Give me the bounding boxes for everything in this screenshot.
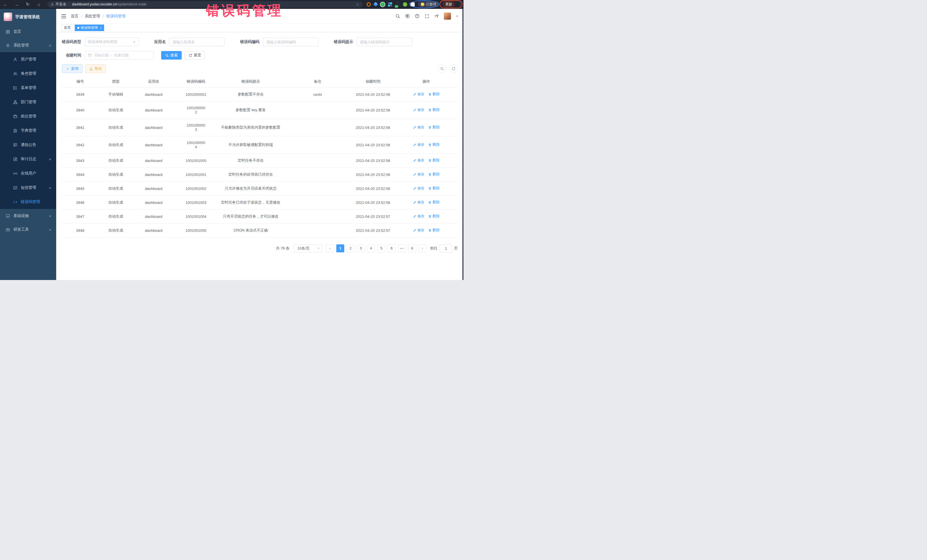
help-icon[interactable] (415, 14, 419, 18)
page-button-1[interactable]: 1 (336, 244, 344, 252)
export-button[interactable]: 导出 (85, 64, 106, 73)
app-logo[interactable]: 芋道管理系统 (0, 9, 56, 25)
delete-link[interactable]: 删除 (428, 200, 439, 205)
tag-错误码管理[interactable]: 错误码管理× (75, 24, 104, 31)
extensions-puzzle-icon[interactable] (410, 2, 415, 6)
edit-link[interactable]: 修改 (413, 108, 424, 112)
sidebar-item-label: 角色管理 (21, 71, 36, 76)
cell-actions: 修改删除 (395, 136, 458, 154)
next-page-button[interactable]: › (418, 244, 426, 252)
goto-input[interactable] (439, 244, 452, 252)
edit-link[interactable]: 修改 (413, 172, 424, 177)
sidebar-item-字典管理[interactable]: 字典管理 (0, 123, 56, 138)
extension-gem-icon[interactable] (373, 2, 378, 7)
reset-button[interactable]: 重置 (185, 51, 205, 59)
extension-leaf-icon[interactable] (403, 2, 407, 6)
paused-extension-chip[interactable]: 已暂停 (418, 1, 439, 8)
edit-link[interactable]: 修改 (413, 200, 424, 205)
main-area: 首页/系统管理/错误码管理 TT ▼ 首页错误码管理× 错误码类型 (56, 9, 464, 280)
delete-label: 删除 (432, 172, 439, 177)
more-pages-button[interactable]: ••• (398, 244, 406, 252)
page-button-4[interactable]: 4 (367, 244, 375, 252)
delete-link[interactable]: 删除 (428, 125, 439, 130)
delete-link[interactable]: 删除 (428, 92, 439, 97)
cell-code: 1001001004 (175, 209, 217, 223)
hamburger-icon[interactable] (61, 14, 66, 18)
extension-check-icon[interactable]: ✓ (380, 2, 385, 6)
refresh-icon (188, 54, 192, 57)
sidebar-item-研发工具[interactable]: 研发工具∨ (0, 223, 56, 237)
breadcrumb-item[interactable]: 系统管理 (85, 14, 100, 19)
avatar-caret-icon[interactable]: ▼ (456, 15, 458, 18)
address-bar[interactable]: ⚠ 不安全 dashboard.yudao.iocoder.cn /system… (47, 1, 363, 8)
tag-首页[interactable]: 首页 (61, 24, 73, 31)
sidebar-item-首页[interactable]: 首页 (0, 25, 56, 38)
type-select[interactable]: 请选择错误码类型 ▼ (85, 38, 139, 46)
delete-link[interactable]: 删除 (428, 228, 439, 233)
extension-squares-icon[interactable] (388, 2, 392, 6)
edit-link[interactable]: 修改 (413, 228, 424, 233)
sidebar-item-在线用户[interactable]: 在线用户 (0, 166, 56, 181)
browser-update-button[interactable]: 更新 (442, 1, 455, 8)
sidebar-item-部门管理[interactable]: 部门管理 (0, 95, 56, 109)
edit-link[interactable]: 修改 (413, 214, 424, 219)
fullscreen-icon[interactable] (424, 14, 429, 18)
sidebar-item-审计日志[interactable]: 审计日志∨ (0, 152, 56, 166)
breadcrumb-item[interactable]: 首页 (71, 14, 78, 19)
page-button-3[interactable]: 3 (357, 244, 365, 252)
page-button-6[interactable]: 6 (388, 244, 396, 252)
edit-link[interactable]: 修改 (413, 186, 424, 191)
table-row: 3941自动生成dashboard100100000 3不能删除类型为系统内置的… (62, 119, 458, 136)
sidebar-item-错误码管理[interactable]: 错误码管理 (0, 195, 56, 209)
browser-menu-icon[interactable]: ⋮⋮ (458, 2, 460, 7)
cell-code: 1001001005 (175, 223, 217, 238)
sidebar-item-系统管理[interactable]: 系统管理∧ (0, 38, 56, 52)
page-button-5[interactable]: 5 (377, 244, 385, 252)
edit-link[interactable]: 修改 (413, 142, 424, 147)
sidebar-item-通知公告[interactable]: 通知公告 (0, 138, 56, 152)
browser-reload-icon[interactable]: ↻ (25, 2, 30, 7)
delete-link[interactable]: 删除 (428, 108, 439, 112)
font-size-icon[interactable]: TT (434, 14, 439, 18)
sidebar-item-用户管理[interactable]: 用户管理 (0, 52, 56, 67)
edit-link[interactable]: 修改 (413, 92, 424, 97)
extension-orange-icon[interactable] (366, 2, 371, 6)
page-button-2[interactable]: 2 (346, 244, 354, 252)
page-size-select[interactable]: 10条/页 ▼ (294, 244, 322, 252)
code-input[interactable] (263, 38, 319, 46)
delete-link[interactable]: 删除 (428, 172, 439, 177)
sidebar-item-短信管理[interactable]: 短信管理∨ (0, 181, 56, 195)
app-input[interactable] (169, 38, 225, 46)
delete-link[interactable]: 删除 (428, 142, 439, 147)
browser-forward-icon[interactable]: → (14, 2, 19, 7)
chevron-down-icon: ∨ (49, 186, 51, 189)
emoji-face-icon (421, 3, 424, 6)
search-button[interactable]: 搜索 (161, 51, 182, 59)
browser-home-icon[interactable]: ⌂ (36, 2, 41, 7)
delete-link[interactable]: 删除 (428, 186, 439, 191)
bookmark-star-icon[interactable]: ☆ (356, 2, 359, 6)
browser-back-icon[interactable]: ← (3, 2, 8, 7)
sidebar-item-菜单管理[interactable]: 菜单管理 (0, 81, 56, 95)
delete-link[interactable]: 删除 (428, 158, 439, 163)
page-button-8[interactable]: 8 (408, 244, 416, 252)
sidebar-item-岗位管理[interactable]: 岗位管理 (0, 109, 56, 123)
user-avatar[interactable] (444, 12, 451, 20)
add-button[interactable]: ＋ 新增 (62, 64, 82, 73)
sidebar-item-基础设施[interactable]: 基础设施∨ (0, 209, 56, 223)
github-icon[interactable] (405, 14, 410, 18)
search-icon[interactable] (395, 14, 400, 18)
date-range-picker[interactable]: 开始日期 - 结束日期 (85, 51, 154, 59)
prev-page-button[interactable]: ‹ (326, 244, 334, 252)
edit-link[interactable]: 修改 (413, 125, 424, 130)
refresh-table-button[interactable] (449, 64, 458, 73)
sidebar-item-角色管理[interactable]: 角色管理 (0, 67, 56, 81)
edit-link[interactable]: 修改 (413, 158, 424, 163)
close-icon[interactable]: × (100, 26, 102, 30)
show-search-button[interactable] (438, 64, 447, 73)
tag-label: 首页 (64, 25, 71, 30)
hint-input[interactable] (357, 38, 412, 46)
scrollbar[interactable] (462, 9, 464, 280)
delete-link[interactable]: 删除 (428, 214, 439, 219)
extension-on-badge-icon[interactable]: on (395, 2, 400, 6)
